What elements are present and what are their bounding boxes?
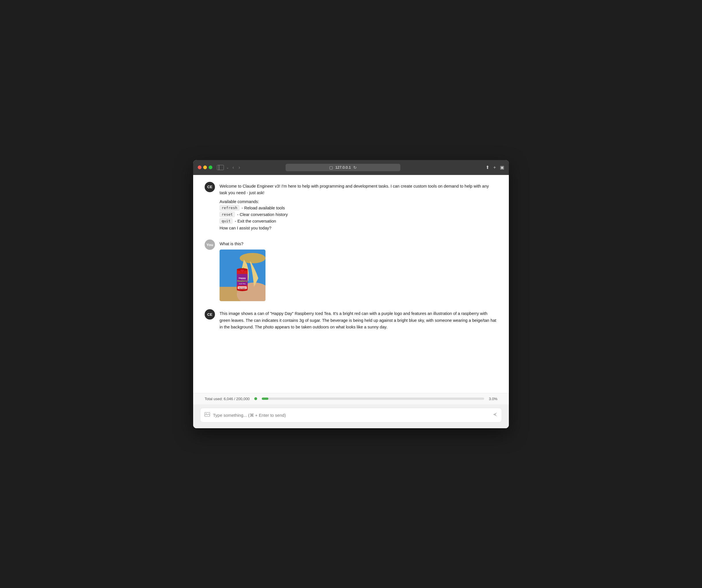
chat-container: CE Welcome to Claude Engineer v3! I'm he…	[193, 175, 509, 393]
svg-text:Iced Tea: Iced Tea	[239, 283, 246, 285]
chevron-down-icon[interactable]: ⌄	[226, 165, 229, 169]
progress-track	[262, 398, 484, 400]
input-area	[193, 405, 509, 428]
url-text: 127.0.0.1	[335, 165, 351, 169]
browser-controls: ⌄ ‹ ›	[217, 164, 241, 171]
browser-window: ⌄ ‹ › ▢ 127.0.0.1 ↻ ⬆ + ▣ CE Welcome to …	[193, 160, 509, 428]
welcome-text-main: Welcome to Claude Engineer v3! I'm here …	[220, 183, 497, 196]
command-reset: reset - Clear conversation history	[220, 212, 497, 217]
progress-label: Total used: 6,046 / 200,000	[205, 397, 250, 401]
progress-percentage: 3.0%	[489, 397, 497, 401]
input-box	[200, 408, 502, 423]
refresh-desc: - Reload available tools	[242, 206, 285, 210]
traffic-lights	[198, 165, 212, 169]
svg-point-15	[241, 271, 243, 273]
ce-welcome-content: Welcome to Claude Engineer v3! I'm here …	[220, 182, 497, 232]
commands-list: Available commands: refresh - Reload ava…	[220, 198, 497, 224]
page-icon: ▢	[329, 165, 333, 170]
user-message-content: What is this?	[220, 240, 497, 301]
ce-response-message: CE This image shows a can of "Happy Day"…	[205, 309, 497, 330]
command-quit: quit - Exit the conversation	[220, 218, 497, 224]
send-button[interactable]	[492, 412, 498, 419]
image-upload-button[interactable]	[204, 412, 210, 419]
user-uploaded-image: Happy Raspberry Iced Tea 3g sugar	[220, 250, 265, 301]
tabs-button[interactable]: ▣	[500, 165, 504, 170]
address-bar[interactable]: ▢ 127.0.0.1 ↻	[285, 164, 400, 171]
ce-avatar: CE	[205, 182, 215, 192]
you-avatar: You	[205, 240, 215, 250]
reset-tag: reset	[220, 212, 235, 217]
available-commands-label: Available commands:	[220, 198, 497, 205]
welcome-text-footer: How can I assist you today?	[220, 225, 497, 232]
quit-tag: quit	[220, 218, 232, 224]
progress-fill	[262, 398, 268, 400]
command-refresh: refresh - Reload available tools	[220, 205, 497, 210]
chat-input[interactable]	[213, 413, 490, 418]
progress-bar-area: Total used: 6,046 / 200,000 3.0%	[193, 393, 509, 405]
traffic-light-red[interactable]	[198, 165, 202, 169]
back-button[interactable]: ‹	[231, 164, 235, 171]
svg-text:Happy: Happy	[239, 277, 246, 279]
svg-rect-4	[247, 255, 258, 261]
traffic-light-yellow[interactable]	[203, 165, 207, 169]
browser-actions: ⬆ + ▣	[486, 165, 504, 170]
progress-dot	[254, 397, 257, 400]
can-scene-svg: Happy Raspberry Iced Tea 3g sugar	[220, 250, 265, 301]
ce-welcome-message: CE Welcome to Claude Engineer v3! I'm he…	[205, 182, 497, 232]
share-button[interactable]: ⬆	[486, 165, 489, 170]
ce-response-content: This image shows a can of "Happy Day" Ra…	[220, 309, 497, 330]
browser-chrome: ⌄ ‹ › ▢ 127.0.0.1 ↻ ⬆ + ▣	[193, 160, 509, 175]
quit-desc: - Exit the conversation	[235, 219, 276, 224]
reset-desc: - Clear conversation history	[237, 212, 288, 217]
forward-button[interactable]: ›	[237, 164, 241, 171]
ce-response-avatar: CE	[205, 309, 215, 319]
user-message: You What is this?	[205, 240, 497, 301]
ce-response-text: This image shows a can of "Happy Day" Ra…	[220, 310, 497, 330]
user-text: What is this?	[220, 241, 497, 247]
refresh-tag: refresh	[220, 205, 239, 210]
svg-text:Raspberry: Raspberry	[237, 280, 247, 282]
reload-button[interactable]: ↻	[353, 165, 357, 170]
traffic-light-green[interactable]	[209, 165, 212, 169]
new-tab-button[interactable]: +	[493, 165, 496, 170]
sidebar-toggle-button[interactable]	[217, 165, 224, 170]
svg-text:3g sugar: 3g sugar	[239, 287, 245, 289]
